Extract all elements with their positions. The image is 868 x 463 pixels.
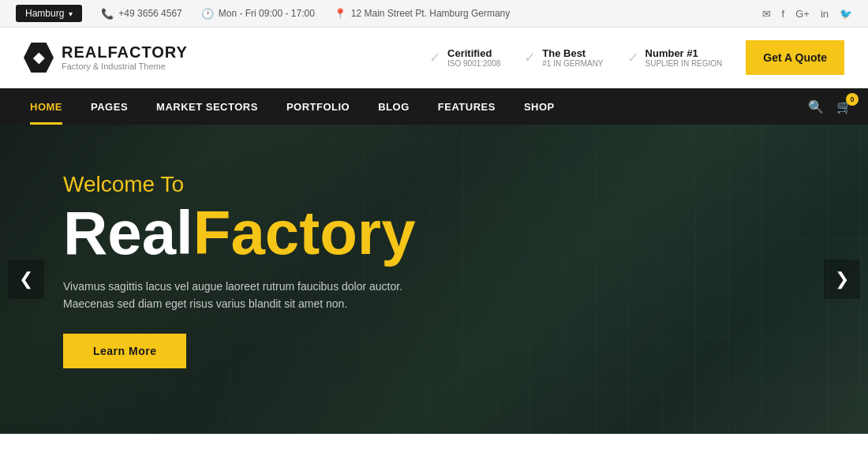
main-nav: HOME PAGES MARKET SECTORS PORTFOLIO BLOG… xyxy=(0,88,868,125)
phone-number: +49 3656 4567 xyxy=(118,8,181,19)
badge-best-text: The Best #1 IN GERMANY xyxy=(542,47,603,68)
address-item: 📍 12 Main Street Pt. Hamburg Germany xyxy=(334,8,510,20)
hero-content: Welcome To RealFactory Vivamus sagittis … xyxy=(63,172,416,368)
check-icon: ✓ xyxy=(429,49,441,66)
logo-icon: ◆ xyxy=(24,43,54,73)
clock-icon: 🕐 xyxy=(201,8,214,20)
phone-item: 📞 +49 3656 4567 xyxy=(101,8,181,20)
badge-certified-text: Ceritified ISO 9001:2008 xyxy=(447,47,500,68)
hours-item: 🕐 Mon - Fri 09:00 - 17:00 xyxy=(201,8,315,20)
badge-number1: ✓ Number #1 SUPLIER IN REGION xyxy=(627,47,723,68)
badge-number1-text: Number #1 SUPLIER IN REGION xyxy=(645,47,723,68)
nav-icons: 🔍 🛒 0 xyxy=(808,99,852,114)
badge-certified-sub: ISO 9001:2008 xyxy=(447,59,500,68)
prev-slide-button[interactable]: ❮ xyxy=(8,260,44,299)
location-selector[interactable]: Hamburg ▾ xyxy=(16,5,82,22)
hero-title-yellow: Factory xyxy=(193,198,416,267)
nav-item-pages[interactable]: PAGES xyxy=(77,88,142,125)
hero-desc-line1: Vivamus sagittis lacus vel augue laoreet… xyxy=(63,280,402,293)
logo[interactable]: ◆ REALFACTORY Factory & Industrial Theme xyxy=(24,43,188,73)
twitter-icon[interactable]: 🐦 xyxy=(840,8,852,20)
nav-item-home[interactable]: HOME xyxy=(16,88,77,125)
business-hours: Mon - Fri 09:00 - 17:00 xyxy=(219,8,315,19)
logo-text: REALFACTORY Factory & Industrial Theme xyxy=(62,43,188,72)
learn-more-button[interactable]: Learn More xyxy=(63,334,186,368)
nav-items: HOME PAGES MARKET SECTORS PORTFOLIO BLOG… xyxy=(16,88,808,125)
linkedin-icon[interactable]: in xyxy=(821,8,829,20)
brand-tagline: Factory & Industrial Theme xyxy=(62,62,188,72)
nav-item-blog[interactable]: BLOG xyxy=(364,88,424,125)
brand-name: REALFACTORY xyxy=(62,43,188,62)
nav-item-market-sectors[interactable]: MARKET SECTORS xyxy=(142,88,272,125)
dropdown-arrow-icon: ▾ xyxy=(69,9,73,18)
address-text: 12 Main Street Pt. Hamburg Germany xyxy=(351,8,510,19)
badge-certified: ✓ Ceritified ISO 9001:2008 xyxy=(429,47,500,68)
next-slide-button[interactable]: ❯ xyxy=(824,260,860,299)
facebook-icon[interactable]: f xyxy=(782,8,785,20)
badge-best-sub: #1 IN GERMANY xyxy=(542,59,603,68)
social-links: ✉ f G+ in 🐦 xyxy=(762,8,852,20)
hero-title: RealFactory xyxy=(63,202,416,263)
header-badges: ✓ Ceritified ISO 9001:2008 ✓ The Best #1… xyxy=(429,47,722,68)
cart-icon[interactable]: 🛒 0 xyxy=(836,99,852,114)
phone-icon: 📞 xyxy=(101,8,114,20)
badge-best: ✓ The Best #1 IN GERMANY xyxy=(524,47,603,68)
search-icon[interactable]: 🔍 xyxy=(808,99,824,114)
email-social-icon[interactable]: ✉ xyxy=(762,8,771,20)
nav-item-shop[interactable]: SHOP xyxy=(510,88,569,125)
hero-title-white: Real xyxy=(63,198,193,267)
location-label: Hamburg xyxy=(25,8,64,19)
hero-welcome: Welcome To xyxy=(63,172,416,197)
top-bar: Hamburg ▾ 📞 +49 3656 4567 🕐 Mon - Fri 09… xyxy=(0,0,868,28)
nav-item-features[interactable]: FEATURES xyxy=(424,88,510,125)
badge-number1-title: Number #1 xyxy=(645,47,723,59)
hero-section: Welcome To RealFactory Vivamus sagittis … xyxy=(0,125,868,434)
badge-number1-sub: SUPLIER IN REGION xyxy=(645,59,723,68)
cart-badge: 0 xyxy=(846,93,859,106)
site-header: ◆ REALFACTORY Factory & Industrial Theme… xyxy=(0,28,868,88)
badge-certified-title: Ceritified xyxy=(447,47,500,59)
get-quote-button[interactable]: Get A Quote xyxy=(746,40,844,75)
badge-best-title: The Best xyxy=(542,47,603,59)
check-icon-3: ✓ xyxy=(627,49,639,66)
hero-description: Vivamus sagittis lacus vel augue laoreet… xyxy=(63,278,416,313)
googleplus-icon[interactable]: G+ xyxy=(795,8,810,20)
nav-item-portfolio[interactable]: PORTFOLIO xyxy=(272,88,364,125)
hero-desc-line2: Maecenas sed diam eget risus varius blan… xyxy=(63,297,347,310)
check-icon-2: ✓ xyxy=(524,49,536,66)
location-icon: 📍 xyxy=(334,8,346,20)
